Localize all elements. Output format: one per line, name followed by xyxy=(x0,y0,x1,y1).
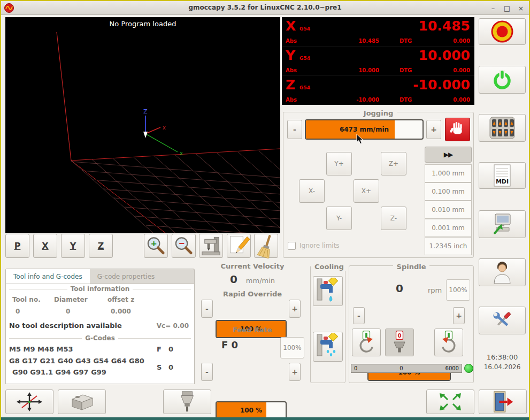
spindle-reset-button[interactable]: 100% xyxy=(446,279,470,301)
dro-z-abs-label: Abs xyxy=(286,97,307,103)
spindle-title: Spindle xyxy=(393,263,430,271)
view-x-button[interactable]: X xyxy=(33,234,57,258)
spindle-stop-icon: 0 xyxy=(386,330,413,355)
feed-reset-button[interactable]: 100% xyxy=(280,337,304,358)
feed-plus-button[interactable]: + xyxy=(289,363,301,381)
svg-text:+: + xyxy=(150,239,157,248)
dro-x-system: G54 xyxy=(299,26,310,32)
flood-faucet-icon xyxy=(315,278,341,304)
increment-1mm-button[interactable]: 1.000 mm xyxy=(425,164,472,182)
view-y-button[interactable]: Y xyxy=(61,234,85,258)
clear-preview-button[interactable] xyxy=(254,234,278,258)
tool-change-button[interactable] xyxy=(163,390,211,414)
mist-coolant-button[interactable] xyxy=(313,332,343,362)
settings-button[interactable] xyxy=(479,307,526,334)
view-z-button[interactable]: Z xyxy=(89,234,113,258)
increment-inch-button[interactable]: 1.2345 inch xyxy=(425,237,472,255)
axis-x2-label: x xyxy=(180,150,183,156)
tool-holder-icon xyxy=(174,390,201,414)
exit-button[interactable] xyxy=(479,390,527,414)
minimize-button[interactable]: – xyxy=(489,4,497,12)
feed-minus-button[interactable]: - xyxy=(201,363,213,381)
feed-value: F 0 xyxy=(221,339,238,350)
tab-gcode-properties[interactable]: G-code properties xyxy=(90,269,163,284)
dro-row-y[interactable]: Y G54 10.000 Abs 10.000 DTG 0.000 xyxy=(282,47,474,76)
spindle-bar-max: 6000 xyxy=(445,365,459,371)
emergency-stop-icon xyxy=(490,20,514,43)
dro-panel: X G54 10.485 Abs 10.485 DTG 0.000 Y G54 … xyxy=(282,17,474,105)
dro-y-abs-value: 10.000 xyxy=(307,67,379,73)
gmoccapy-window: gmoccapy 3.5.2 for LinuxCNC 2.10.0~pre1 … xyxy=(0,0,530,420)
spindle-ccw-icon xyxy=(353,330,380,355)
mode-auto-button[interactable] xyxy=(479,210,526,238)
block-height-button[interactable] xyxy=(58,390,106,414)
spindle-plus-button[interactable]: + xyxy=(453,307,465,324)
dro-x-letter: X xyxy=(286,18,296,34)
tool-no-value: 0 xyxy=(16,308,20,315)
spindle-minus-button[interactable]: - xyxy=(353,307,365,324)
jog-speed-minus-button[interactable]: - xyxy=(287,120,302,139)
feed-override-slider[interactable]: 100 % xyxy=(216,401,287,419)
dro-row-x[interactable]: X G54 10.485 Abs 10.485 DTG 0.000 xyxy=(282,17,474,47)
dro-x-value: 10.485 xyxy=(419,18,470,34)
spindle-bar-min: 0 xyxy=(354,365,357,371)
zoom-out-button[interactable]: − xyxy=(172,234,196,258)
jog-y-plus-button[interactable]: Y+ xyxy=(326,152,352,175)
mode-manual-button[interactable] xyxy=(479,114,526,142)
mode-mdi-button[interactable]: MDI xyxy=(479,162,526,189)
dro-x-dtg-value: 0.000 xyxy=(419,38,470,44)
ignore-limits-label: Ignore limits xyxy=(299,242,340,249)
estop-button[interactable] xyxy=(479,18,526,45)
s-word-value: 0 xyxy=(168,363,173,371)
broom-icon xyxy=(255,234,278,258)
spindle-rpm-value: 0 xyxy=(375,282,424,295)
current-velocity-value: 0 xyxy=(230,273,237,286)
s-word-label: S xyxy=(157,363,162,371)
maximize-button[interactable]: □ xyxy=(503,4,511,12)
spindle-right-button[interactable] xyxy=(434,329,463,356)
view-perspective-button[interactable]: P xyxy=(5,234,29,258)
clock-date: 16.04.2026 xyxy=(479,363,526,371)
edit-program-button[interactable] xyxy=(227,234,251,258)
gcodes-header: G-Codes xyxy=(9,334,191,342)
info-notebook: Tool info and G-codes G-code properties … xyxy=(5,269,195,384)
axis-x-label: x xyxy=(163,125,166,131)
turtle-jog-mode-button[interactable] xyxy=(445,118,470,141)
increment-001mm-button[interactable]: 0.010 mm xyxy=(425,201,472,219)
zoom-in-button[interactable]: + xyxy=(144,234,168,258)
tab-tool-info[interactable]: Tool info and G-codes xyxy=(6,269,90,284)
jog-z-minus-button[interactable]: Z- xyxy=(381,207,406,230)
svg-text:−: − xyxy=(178,239,185,248)
jog-x-plus-button[interactable]: X+ xyxy=(354,179,379,203)
dro-y-value: 10.000 xyxy=(419,48,470,63)
f-word-value: 0 xyxy=(168,345,173,353)
increment-01mm-button[interactable]: 0.100 mm xyxy=(425,182,472,201)
jog-y-minus-button[interactable]: Y- xyxy=(326,207,352,230)
jog-x-minus-button[interactable]: X- xyxy=(299,179,325,203)
spindle-left-button[interactable] xyxy=(352,329,381,356)
offset-z-value: 0.000 xyxy=(111,308,131,315)
rapid-minus-button[interactable]: - xyxy=(201,300,213,318)
touch-plate-icon xyxy=(67,391,97,413)
dro-z-dtg-label: DTG xyxy=(379,97,419,103)
spindle-stop-button[interactable]: 0 xyxy=(385,329,414,356)
touch-off-button[interactable] xyxy=(5,390,53,414)
gremlin-preview[interactable]: Z x x No Program loaded xyxy=(5,17,280,233)
machine-on-button[interactable] xyxy=(479,66,526,94)
flood-coolant-button[interactable] xyxy=(313,276,343,306)
user-tabs-button[interactable] xyxy=(479,258,526,286)
feed-override-value: 100 % xyxy=(217,407,286,414)
jog-z-plus-button[interactable]: Z+ xyxy=(381,152,406,175)
zoom-out-icon: − xyxy=(172,234,195,258)
expand-arrows-icon xyxy=(437,391,463,413)
active-mcodes: M5 M9 M48 M53 xyxy=(9,345,73,353)
increment-0001mm-button[interactable]: 0.001 mm xyxy=(425,219,472,237)
fullscreen-button[interactable] xyxy=(426,390,474,414)
continuous-jog-button[interactable]: ▶▶ xyxy=(425,147,472,163)
toggle-dimensions-button[interactable] xyxy=(199,234,223,258)
ignore-limits-checkbox[interactable] xyxy=(288,242,296,250)
dro-row-z[interactable]: Z G54 -10.000 Abs -10.000 DTG 0.000 xyxy=(282,76,474,105)
jog-speed-plus-button[interactable]: + xyxy=(426,120,441,139)
rapid-plus-button[interactable]: + xyxy=(289,300,301,318)
close-button[interactable]: × xyxy=(517,4,525,12)
